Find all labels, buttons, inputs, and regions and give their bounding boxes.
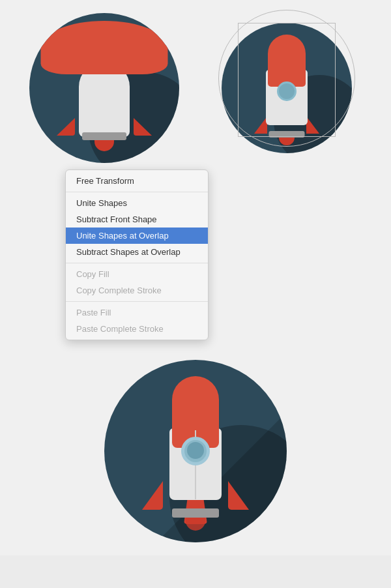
menu-separator-3 — [66, 301, 208, 302]
circle-right — [222, 23, 352, 153]
menu-item-free-transform[interactable]: Free Transform — [66, 173, 208, 189]
menu-separator-1 — [66, 192, 208, 192]
circle-bottom — [104, 360, 287, 542]
circle-bottom-wrapper — [104, 360, 287, 542]
menu-separator-2 — [66, 263, 208, 263]
top-row — [13, 13, 378, 163]
menu-item-subtract-front[interactable]: Subtract Front Shape — [66, 211, 208, 228]
menu-item-paste-fill: Paste Fill — [66, 304, 208, 321]
menu-item-copy-stroke: Copy Complete Stroke — [66, 282, 208, 299]
menu-item-unite-overlap[interactable]: Unite Shapes at Overlap — [66, 228, 208, 244]
menu-item-copy-fill: Copy Fill — [66, 266, 208, 282]
menu-item-unite-shapes[interactable]: Unite Shapes — [66, 195, 208, 211]
circle-left — [29, 13, 179, 163]
canvas: Free Transform Unite Shapes Subtract Fro… — [0, 0, 391, 588]
circle-right-wrapper — [212, 13, 362, 163]
context-menu: Free Transform Unite Shapes Subtract Fro… — [65, 169, 209, 340]
menu-item-subtract-overlap[interactable]: Subtract Shapes at Overlap — [66, 244, 208, 260]
menu-item-paste-stroke: Paste Complete Stroke — [66, 321, 208, 337]
